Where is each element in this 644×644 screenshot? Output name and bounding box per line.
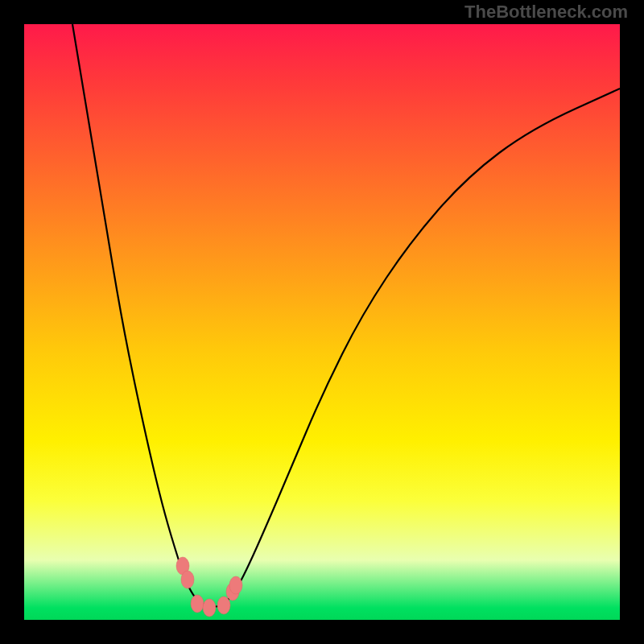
data-point — [191, 595, 204, 613]
data-points — [176, 557, 242, 617]
data-point — [203, 599, 216, 617]
data-point — [217, 597, 230, 614]
data-point — [229, 576, 242, 594]
bottleneck-curve — [72, 24, 620, 607]
data-point — [181, 571, 194, 588]
watermark-text: TheBottleneck.com — [464, 2, 628, 23]
plot-area — [24, 24, 620, 620]
curve-svg — [24, 24, 620, 620]
